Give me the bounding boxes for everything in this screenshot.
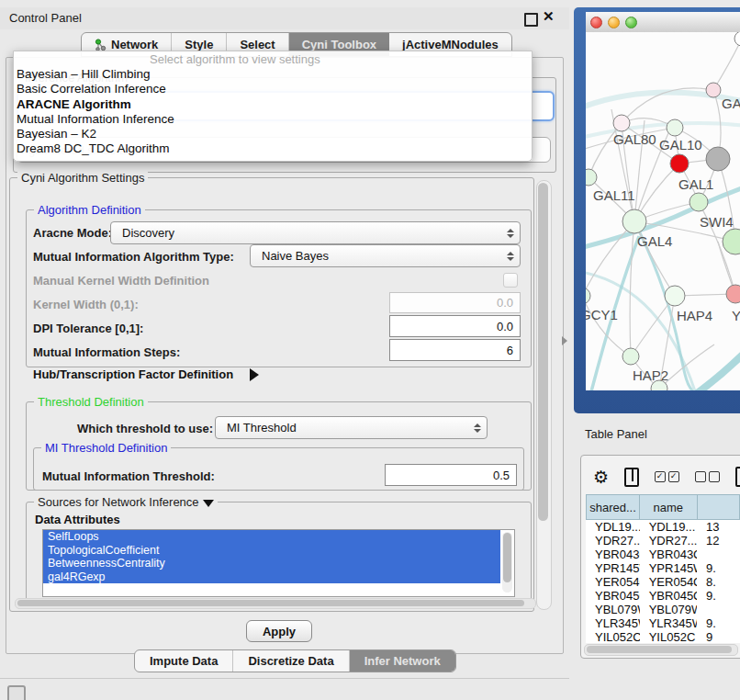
mi-steps-input[interactable]: 6 [389,339,521,361]
window-zoom-icon[interactable] [625,17,637,28]
network-node-gal[interactable] [706,83,721,97]
algorithm-option[interactable]: ARACNE Algorithm [14,97,532,112]
network-edge[interactable] [631,296,675,356]
mi-threshold-input[interactable]: 0.5 [385,464,517,486]
deselect-all-icon[interactable] [695,471,720,482]
column-header[interactable] [698,494,740,520]
window-close-icon[interactable] [590,17,602,28]
gear-icon[interactable]: ⚙ [593,469,609,486]
kernel-width-input[interactable]: 0.0 [389,292,521,313]
close-panel-icon[interactable]: ✕ [543,8,555,25]
column-header-shared[interactable]: shared... [586,494,640,520]
window-minimize-icon[interactable] [608,17,620,28]
network-node-gcy1[interactable] [586,288,590,304]
network-edge[interactable] [630,221,634,356]
attributes-vertical-scrollbar[interactable] [502,532,512,593]
network-node-gal10[interactable] [667,119,683,136]
node-label: GAL4 [637,233,672,249]
table-row[interactable]: YBR043CYBR043C [586,548,740,561]
settings-horizontal-scrollbar[interactable] [15,598,536,609]
panel-divider-arrow-icon[interactable] [562,336,567,345]
table-horizontal-scrollbar[interactable] [584,644,738,656]
attribute-item-selected[interactable]: SelfLoops [43,530,500,544]
bottom-tab-infer-network[interactable]: Infer Network [350,650,455,672]
network-node-hap4[interactable] [665,286,685,306]
network-node-y[interactable] [726,285,740,303]
bottom-tabstrip: Impute DataDiscretize DataInfer Network [134,649,456,672]
table-row[interactable]: YLR345WYLR345W9. [586,616,740,630]
network-canvas[interactable]: GALGAL80GAL10GAL1GAL11SWI4GAL4GCY1HAP4YH… [586,32,740,390]
table-cell: 9. [697,616,740,630]
mi-threshold-label: Mutual Information Threshold: [42,469,215,483]
table-row[interactable]: YBR045CYBR045C9. [586,589,740,603]
control-panel-titlebar: Control Panel ✕ [0,7,569,29]
float-window-icon[interactable] [524,13,538,27]
node-label: HAP4 [677,308,712,323]
new-table-icon[interactable] [735,467,740,487]
tab-label: jActiveMNodules [402,38,499,51]
apply-button[interactable]: Apply [246,620,312,642]
manual-kernel-checkbox[interactable] [503,273,518,288]
network-node[interactable] [734,32,740,46]
attribute-item-selected[interactable]: TopologicalCoefficient [43,544,500,558]
table-panel-title: Table Panel [585,427,647,441]
table-row[interactable]: YER054CYER054C8. [586,575,740,589]
hub-definition-label[interactable]: Hub/Transcription Factor Definition [33,367,233,381]
node-label: HAP2 [633,367,668,383]
network-window-titlebar[interactable] [586,12,740,33]
bottom-tab-impute-data[interactable]: Impute Data [135,650,233,672]
dpi-tolerance-input[interactable]: 0.0 [389,315,521,337]
dpi-tolerance-label: DPI Tolerance [0,1]: [33,322,143,335]
table-row[interactable]: YDR27...YDR27...12 [586,534,740,548]
mi-type-combobox[interactable]: Naive Bayes [250,244,521,267]
network-node-gal80[interactable] [613,115,630,131]
algorithm-option[interactable]: Bayesian – K2 [14,127,532,141]
algorithm-option[interactable]: Basic Correlation Inference [14,82,532,96]
threshold-definition-title: Threshold Definition [34,395,148,409]
minimized-panel-icon[interactable] [7,685,26,700]
node-label: SWI4 [700,214,734,230]
network-node[interactable] [706,147,730,171]
network-node-swi4[interactable] [690,193,708,211]
data-attributes-list[interactable]: SelfLoopsTopologicalCoefficientBetweenne… [42,529,515,597]
split-columns-icon[interactable] [624,468,638,487]
aracne-mode-combobox[interactable]: Discovery [110,221,521,244]
network-graph[interactable]: GALGAL80GAL10GAL1GAL11SWI4GAL4GCY1HAP4YH… [586,32,740,390]
node-label: GAL11 [593,187,635,203]
collapse-arrow-icon[interactable] [203,500,214,507]
settings-scroll-thumb[interactable] [538,183,548,521]
algorithm-option[interactable]: Bayesian – Hill Climbing [14,67,532,82]
algorithm-placeholder: Select algorithm to view settings [14,51,532,67]
bottom-tab-discretize-data[interactable]: Discretize Data [233,650,349,672]
table-row[interactable]: YBL079WYBL079W [586,603,740,616]
network-node-gal1[interactable] [670,154,689,173]
attribute-item-selected[interactable]: gal4RGexp [43,570,500,584]
table-toolbar: ⚙ ✓✓ [586,462,740,491]
aracne-mode-label: Aracne Mode: [33,226,112,240]
attribute-item-selected[interactable]: BetweennessCentrality [43,557,500,570]
column-header-name[interactable]: name [640,494,698,520]
expand-arrow-icon[interactable] [250,368,259,381]
settings-hscroll-thumb[interactable] [17,600,524,606]
algorithm-dropdown-popup: Select algorithm to view settings Bayesi… [13,51,533,162]
sources-group-title[interactable]: Sources for Network Inference [34,495,218,509]
table-row[interactable]: YDL19...YDL19...13 [586,520,740,534]
table-cell: YDR27... [640,534,697,548]
mi-steps-value: 6 [507,344,513,357]
algorithm-option[interactable]: Mutual Information Inference [14,112,532,127]
table-row[interactable]: YIL052CYIL052C9 [586,630,740,643]
control-panel: Control Panel ✕ NetworkStyleSelectCyni T… [0,7,569,679]
attributes-scroll-thumb[interactable] [503,533,511,582]
algorithm-option[interactable]: Dream8 DC_TDC Algorithm [14,141,532,156]
which-threshold-combobox[interactable]: MI Threshold [215,416,488,439]
select-all-icon[interactable]: ✓✓ [655,471,679,482]
network-node-gal4[interactable] [622,209,646,233]
table-row[interactable]: YPR145WYPR145W9. [586,561,740,575]
network-node[interactable] [723,229,740,254]
table-hscroll-thumb[interactable] [587,646,732,653]
settings-vertical-scrollbar[interactable] [536,180,552,610]
node-table[interactable]: shared...name YDL19...YDL19...13YDR27...… [586,494,740,643]
network-edge[interactable] [713,39,740,90]
table-cell: YIL052C [640,630,697,643]
network-node-hap2[interactable] [622,348,639,365]
